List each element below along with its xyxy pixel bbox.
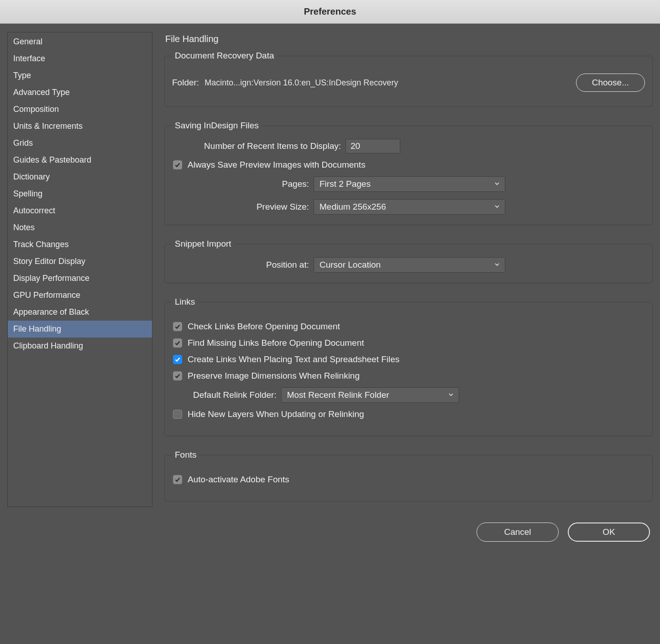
preserve-dimensions-checkbox[interactable] [173,371,182,380]
auto-activate-fonts-checkbox[interactable] [173,475,182,484]
pages-select[interactable]: First 2 Pages [314,176,505,192]
create-links-label: Create Links When Placing Text and Sprea… [188,354,399,364]
sidebar-item-type[interactable]: Type [8,67,152,84]
sidebar-item-guides-pasteboard[interactable]: Guides & Pasteboard [8,152,152,169]
saving-files-legend: Saving InDesign Files [172,121,262,131]
sidebar-item-units-increments[interactable]: Units & Increments [8,118,152,135]
position-at-label: Position at: [172,260,309,270]
sidebar-item-composition[interactable]: Composition [8,101,152,118]
recent-items-label: Number of Recent Items to Display: [172,141,341,151]
ok-button[interactable]: OK [568,523,650,542]
sidebar-item-track-changes[interactable]: Track Changes [8,236,152,253]
check-links-checkbox[interactable] [173,322,182,331]
preview-size-select[interactable]: Medium 256x256 [314,199,505,215]
auto-activate-fonts-label: Auto-activate Adobe Fonts [188,475,289,485]
folder-label: Folder: [172,78,199,88]
choose-folder-button[interactable]: Choose... [576,74,645,92]
always-save-preview-checkbox[interactable] [173,160,182,169]
pages-label: Pages: [172,179,309,189]
fonts-legend: Fonts [172,450,199,460]
folder-path: Macinto...ign:Version 16.0:en_US:InDesig… [204,78,571,88]
preferences-body: General Interface Type Advanced Type Com… [0,24,660,514]
preserve-dimensions-label: Preserve Image Dimensions When Relinking [188,371,360,381]
chevron-down-icon [494,179,500,189]
panel-title: File Handling [165,34,653,44]
main-panel: File Handling Document Recovery Data Fol… [164,32,653,507]
preview-size-label: Preview Size: [172,202,309,212]
links-group: Links Check Links Before Opening Documen… [164,297,653,436]
sidebar-item-gpu-performance[interactable]: GPU Performance [8,287,152,304]
always-save-preview-label: Always Save Preview Images with Document… [188,160,366,170]
find-missing-links-checkbox[interactable] [173,338,182,348]
sidebar-item-file-handling[interactable]: File Handling [8,321,152,338]
hide-new-layers-label: Hide New Layers When Updating or Relinki… [188,409,364,419]
position-at-select[interactable]: Cursor Location [314,257,505,273]
sidebar-item-autocorrect[interactable]: Autocorrect [8,202,152,219]
sidebar-item-grids[interactable]: Grids [8,135,152,152]
chevron-down-icon [494,202,500,212]
sidebar-item-display-performance[interactable]: Display Performance [8,270,152,287]
cancel-button[interactable]: Cancel [477,523,559,542]
sidebar-item-story-editor-display[interactable]: Story Editor Display [8,253,152,270]
check-links-label: Check Links Before Opening Document [188,322,340,332]
create-links-checkbox[interactable] [173,355,182,364]
sidebar-item-dictionary[interactable]: Dictionary [8,169,152,185]
window-title: Preferences [0,0,660,24]
preview-size-value: Medium 256x256 [320,202,386,212]
sidebar-item-appearance-of-black[interactable]: Appearance of Black [8,304,152,321]
sidebar-item-notes[interactable]: Notes [8,219,152,236]
fonts-group: Fonts Auto-activate Adobe Fonts [164,450,653,501]
sidebar-item-spelling[interactable]: Spelling [8,185,152,202]
sidebar-item-clipboard-handling[interactable]: Clipboard Handling [8,338,152,354]
sidebar-item-advanced-type[interactable]: Advanced Type [8,84,152,101]
position-at-value: Cursor Location [320,260,381,270]
dialog-footer: Cancel OK [0,514,660,554]
sidebar-item-general[interactable]: General [8,33,152,50]
document-recovery-group: Document Recovery Data Folder: Macinto..… [164,51,653,107]
hide-new-layers-checkbox[interactable] [173,410,182,419]
default-relink-value: Most Recent Relink Folder [287,390,389,400]
chevron-down-icon [494,260,500,270]
snippet-import-group: Snippet Import Position at: Cursor Locat… [164,239,653,283]
pages-value: First 2 Pages [320,179,371,189]
sidebar-item-interface[interactable]: Interface [8,50,152,67]
document-recovery-legend: Document Recovery Data [172,51,277,61]
links-legend: Links [172,297,198,307]
default-relink-select[interactable]: Most Recent Relink Folder [281,387,459,403]
chevron-down-icon [448,390,454,400]
default-relink-label: Default Relink Folder: [193,390,277,400]
category-sidebar: General Interface Type Advanced Type Com… [7,32,152,507]
find-missing-links-label: Find Missing Links Before Opening Docume… [188,338,364,348]
snippet-import-legend: Snippet Import [172,239,234,249]
recent-items-input[interactable] [346,139,400,153]
saving-files-group: Saving InDesign Files Number of Recent I… [164,121,653,225]
